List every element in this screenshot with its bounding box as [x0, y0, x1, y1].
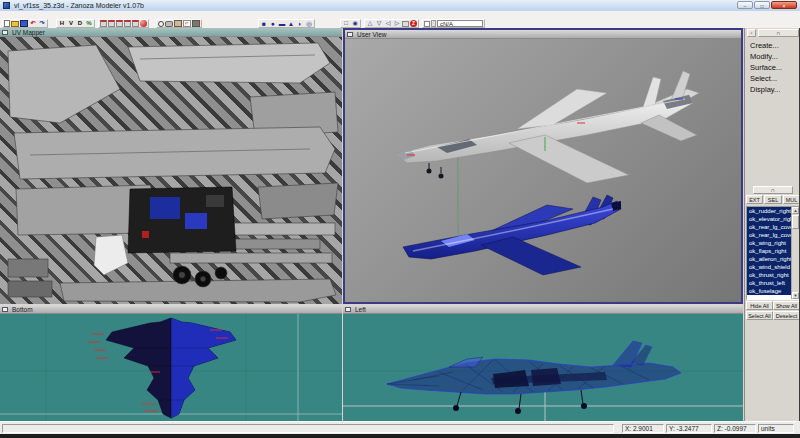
close-button[interactable]: × [771, 1, 797, 9]
toolbar-primitives-group: ■ ● ▬ ▲ ◗ ◎ [258, 19, 315, 28]
list-item[interactable]: ok_rear_lg_cove [747, 223, 794, 231]
sidebar-item-surface[interactable]: Surface... [745, 62, 800, 73]
hide-all-button[interactable]: Hide All [746, 301, 773, 310]
cube-primitive-icon[interactable]: ■ [260, 20, 268, 27]
vertex-mode-icon[interactable]: □ [342, 20, 350, 27]
ellipsoid-primitive-icon[interactable]: ◗ [296, 20, 304, 27]
layout-horizontal-button[interactable]: H [58, 20, 66, 27]
viewport-restore-icon[interactable] [2, 307, 8, 312]
viewport-config-icon-5[interactable] [132, 20, 139, 27]
uv-mapper-title: UV Mapper [12, 29, 45, 36]
viewport-left[interactable]: Left [343, 305, 743, 421]
scroll-down-icon[interactable]: ▼ [792, 292, 799, 299]
camera-icon[interactable] [192, 20, 200, 27]
scroll-up-icon[interactable]: ▲ [792, 207, 799, 214]
list-item[interactable]: ok_thrust_right [747, 271, 794, 279]
viewport-config-icon-3[interactable] [116, 20, 123, 27]
maximize-button[interactable]: □ [754, 1, 770, 9]
bottom-header[interactable]: Bottom [0, 305, 342, 314]
layout-percent-icon[interactable]: % [85, 20, 93, 27]
material-checkbox[interactable] [424, 21, 430, 27]
layout-divide-button[interactable]: D [76, 20, 84, 27]
object-list[interactable]: ok_rudder_right ok_elevator_righ ok_rear… [746, 206, 800, 300]
left-header[interactable]: Left [343, 305, 743, 314]
bottom-canvas[interactable] [0, 314, 342, 421]
user-view-canvas[interactable] [345, 39, 741, 302]
list-item[interactable]: ok_wing_right [747, 239, 794, 247]
show-all-button[interactable]: Show All [773, 301, 800, 310]
list-item[interactable]: ok_aileron_right [747, 255, 794, 263]
bottom-content[interactable] [0, 314, 342, 421]
flag-icon[interactable] [402, 21, 409, 27]
viewport-restore-icon[interactable] [2, 30, 8, 35]
pivot-mode-icon[interactable]: ◉ [351, 20, 359, 27]
sidebar-item-create[interactable]: Create... [745, 40, 800, 51]
panel-pin-button[interactable]: ▫ [747, 29, 756, 37]
user-view-title: User View [357, 31, 387, 38]
list-item[interactable]: ok_elevator_righ [747, 215, 794, 223]
snap-icon[interactable]: Z [410, 20, 417, 27]
open-file-icon[interactable] [11, 21, 19, 27]
rotate-view-icon[interactable] [174, 20, 182, 27]
user-view-content[interactable] [345, 39, 741, 302]
tool-icon-4[interactable]: ▷ [393, 20, 401, 27]
viewport-config-icon-4[interactable] [124, 20, 131, 27]
target-view-icon[interactable] [183, 20, 191, 27]
left-wireframe-aircraft [387, 341, 681, 414]
list-scrollbar[interactable]: ▲ ▼ [791, 207, 799, 299]
viewport-restore-icon[interactable] [347, 32, 353, 37]
new-file-icon[interactable] [4, 20, 10, 27]
tab-ext[interactable]: EXT [746, 195, 763, 204]
uv-mapper-header[interactable]: UV Mapper [0, 28, 342, 37]
panel-collapse-button[interactable]: ∩ [758, 29, 799, 37]
sidebar-item-display[interactable]: Display... [745, 84, 800, 95]
undo-icon[interactable]: ↶ [29, 20, 37, 27]
pan-icon[interactable] [165, 21, 173, 27]
list-item[interactable]: ok_rudder_right [747, 207, 794, 215]
material-dropdown[interactable]: cN/A [437, 20, 483, 27]
viewport-bottom[interactable]: Bottom [0, 305, 342, 421]
toolbar-file-group: ↶ ↷ [2, 19, 48, 28]
torus-primitive-icon[interactable]: ◎ [305, 20, 313, 27]
tab-mul[interactable]: MUL [783, 195, 800, 204]
list-item[interactable]: ok_wind_shield [747, 263, 794, 271]
cone-primitive-icon[interactable]: ▲ [287, 20, 295, 27]
list-item[interactable]: ok_thrust_left [747, 279, 794, 287]
redo-icon[interactable]: ↷ [38, 20, 46, 27]
list-item[interactable]: ok_flaps_right [747, 247, 794, 255]
viewport-uv-mapper[interactable]: UV Mapper [0, 28, 342, 304]
sidebar-item-modify[interactable]: Modify... [745, 51, 800, 62]
deselect-button[interactable]: Deselect [773, 311, 800, 320]
status-bar: X: 2.9001 Y: -3.2477 Z: -0.0997 units [0, 421, 800, 435]
scroll-thumb[interactable] [792, 215, 799, 229]
list-item[interactable]: ok_rear_lg_cove [747, 231, 794, 239]
window-title: vl_vf1ss_35.z3d - Zanoza Modeler v1.07b [14, 1, 144, 10]
viewport-user-view[interactable]: User View [343, 28, 743, 304]
viewport-config-icon-2[interactable] [108, 20, 115, 27]
bottom-wireframe-aircraft [106, 318, 236, 418]
tab-sel[interactable]: SEL [764, 195, 782, 204]
viewport-restore-icon[interactable] [345, 307, 351, 312]
list-collapse-button[interactable]: ∩ [753, 186, 793, 194]
select-all-button[interactable]: Select All [746, 311, 773, 320]
viewport-config-icon-1[interactable] [100, 20, 107, 27]
left-title: Left [355, 306, 366, 313]
tool-icon-3[interactable]: ◁ [384, 20, 392, 27]
layout-vertical-button[interactable]: V [67, 20, 75, 27]
material-spinner[interactable]: ⁚ [431, 20, 436, 27]
left-content[interactable] [343, 314, 743, 421]
render-mode-icon[interactable] [140, 20, 147, 27]
user-view-header[interactable]: User View [345, 30, 741, 39]
sphere-primitive-icon[interactable]: ● [269, 20, 277, 27]
zoom-icon[interactable] [158, 21, 164, 27]
minimize-button[interactable]: – [737, 1, 753, 9]
tool-icon-1[interactable]: △ [366, 20, 374, 27]
tool-icon-2[interactable]: ▽ [375, 20, 383, 27]
sidebar-item-select[interactable]: Select... [745, 73, 800, 84]
uv-mapper-content[interactable] [0, 37, 342, 304]
list-item[interactable]: ok_fuselage [747, 287, 794, 295]
save-file-icon[interactable] [20, 20, 28, 27]
uv-canvas[interactable] [0, 37, 342, 304]
box-primitive-icon[interactable]: ▬ [278, 20, 286, 27]
left-canvas[interactable] [343, 314, 743, 421]
